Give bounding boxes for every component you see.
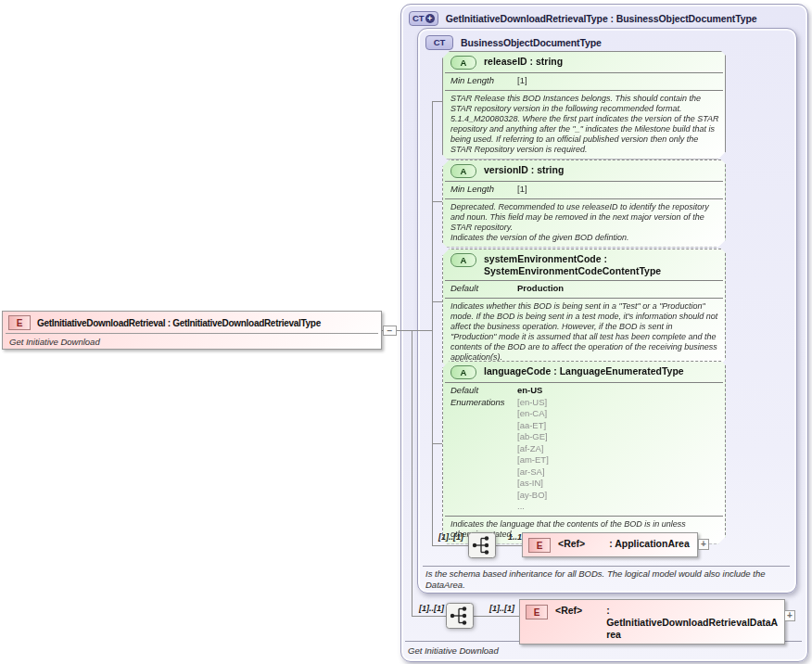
facet-label: Default [450, 385, 512, 397]
basetype-annotation: Is the schema based inheritance for all … [425, 568, 785, 590]
attribute-annotation: Deprecated. Recommended to use releaseID… [443, 199, 725, 247]
element-type-label: : ApplicationArea [609, 538, 690, 550]
element-ref-applicationarea[interactable]: E <Ref> : ApplicationArea [522, 532, 698, 557]
facet-value: en-US [517, 385, 719, 397]
cardinality-label: [1]..[1] [438, 532, 463, 542]
complextype-header: CT+ GetInitiativeDownloadRetrievalType :… [401, 5, 807, 26]
facet-label: Enumerations [450, 397, 512, 409]
derivation-plus-icon: + [425, 14, 435, 23]
attribute-title: languageCode : LanguageEnumeratedType [484, 365, 684, 377]
facet-value: Production [517, 283, 719, 295]
connector-branch [432, 201, 442, 202]
divider [423, 566, 790, 567]
connector-branch [473, 616, 519, 617]
basetype-header: CT BusinessObjectDocumentType [418, 29, 796, 50]
attribute-icon: A [450, 56, 476, 70]
enumeration-value: [ar-SA] [517, 466, 719, 479]
enumeration-value: [en-US] [517, 397, 719, 409]
collapse-toggle[interactable]: − [383, 326, 397, 336]
complextype-annotation: Get Initiative Download [408, 645, 797, 657]
element-ref-label: <Ref> [558, 538, 585, 550]
enumeration-value: [as-IN] [517, 478, 719, 490]
connector-branch [432, 545, 468, 546]
attribute-annotation: Indicates whether this BOD is being sent… [443, 299, 725, 366]
connector-trunk-outer [412, 330, 412, 616]
enumeration-value: [ay-BO] [517, 490, 719, 502]
attribute-title: systemEnvironmentCode : SystemEnvironmen… [484, 253, 719, 277]
xsd-schema-diagram: CT+ GetInitiativeDownloadRetrievalType :… [0, 0, 812, 664]
connector-trunk-inner [432, 101, 433, 545]
attribute-title: versionID : string [484, 164, 564, 176]
element-annotation: Get Initiative Download [3, 335, 381, 349]
enumeration-value: [aa-ET] [517, 420, 719, 432]
enumeration-value: [af-ZA] [517, 443, 719, 455]
attribute-title: releaseID : string [484, 56, 563, 68]
cardinality-label: [1]..[1] [419, 604, 444, 613]
element-icon: E [526, 605, 548, 619]
sequence-icon[interactable] [468, 532, 496, 562]
sequence-icon[interactable] [446, 603, 474, 632]
element-getinitiativedownloadretrieval[interactable]: E GetInitiativeDownloadRetrieval : GetIn… [2, 311, 382, 350]
expand-toggle[interactable]: + [698, 539, 709, 550]
element-title: GetInitiativeDownloadRetrieval : GetInit… [37, 318, 321, 328]
attribute-languagecode[interactable]: A languageCode : LanguageEnumeratedType … [442, 361, 726, 544]
attribute-icon: A [450, 253, 476, 267]
element-ref-dataarea[interactable]: E <Ref> : GetInitiativeDownloadRetrieval… [519, 599, 785, 645]
enumeration-value: [ab-GE] [517, 431, 719, 443]
connector-branch [432, 443, 442, 444]
attribute-icon: A [450, 365, 476, 379]
enumeration-value: [am-ET] [517, 454, 719, 466]
attribute-icon: A [450, 164, 476, 178]
complextype-title: GetInitiativeDownloadRetrievalType : Bus… [446, 13, 757, 24]
ct-badge-label: CT [412, 13, 425, 24]
facet-label: Default [450, 283, 512, 295]
element-header: E GetInitiativeDownloadRetrieval : GetIn… [3, 312, 381, 332]
element-icon: E [8, 315, 31, 330]
element-type-label: : GetInitiativeDownloadRetrievalDataArea [606, 605, 779, 641]
attribute-systemenvironmentcode[interactable]: A systemEnvironmentCode : SystemEnvironm… [442, 249, 726, 367]
attribute-releaseid[interactable]: A releaseID : string Min Length [1] STAR… [442, 51, 726, 160]
enumeration-value: [en-CA] [517, 408, 719, 420]
cardinality-label: 1..1 [508, 532, 522, 542]
divider [6, 333, 378, 334]
cardinality-label: [1]..[1] [489, 604, 514, 613]
facet-label: Min Length [450, 184, 512, 196]
attribute-versionid[interactable]: A versionID : string Min Length [1] Depr… [442, 160, 726, 248]
connector-branch [412, 616, 447, 617]
basetype-title: BusinessObjectDocumentType [461, 37, 602, 48]
connector-branch [432, 301, 442, 302]
element-icon: E [528, 538, 551, 553]
element-ref-label: <Ref> [555, 605, 582, 617]
expand-toggle[interactable]: + [784, 610, 795, 621]
connector-branch [432, 101, 442, 102]
enumeration-value: ... [517, 501, 719, 513]
connector-branch [495, 545, 522, 546]
facet-value: [1] [517, 184, 719, 196]
attribute-annotation: STAR Release this BOD Instances belongs.… [443, 91, 725, 159]
ct-badge-label: CT [434, 37, 446, 48]
complextype-plus-icon: CT+ [409, 11, 438, 26]
facet-value: [1] [517, 75, 719, 87]
facet-label: Min Length [450, 75, 512, 87]
complextype-icon: CT [425, 35, 453, 50]
